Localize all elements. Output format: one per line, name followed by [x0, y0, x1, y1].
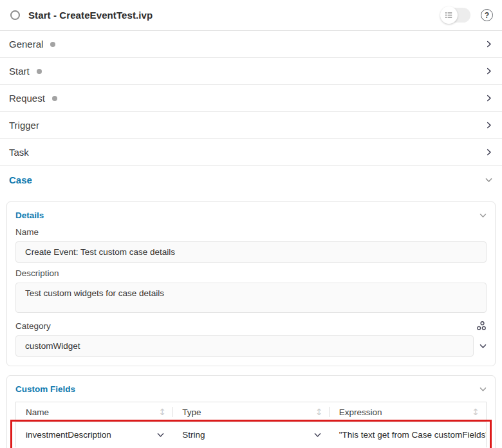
- inscription-panel: Start - CreateEventTest.ivp ? General St…: [0, 0, 502, 448]
- section-label: Request: [9, 93, 45, 104]
- table-header-row: Name ↕ Type ↕ Expression ↕: [16, 402, 486, 422]
- dirty-dot: [37, 69, 42, 74]
- section-trigger[interactable]: Trigger: [0, 112, 502, 139]
- start-event-icon: [10, 10, 20, 20]
- sort-icon[interactable]: ↕: [315, 407, 323, 417]
- details-card: Details Name Description Test custom wid…: [6, 201, 496, 366]
- section-general[interactable]: General: [0, 31, 502, 58]
- description-input[interactable]: Test custom widgets for case details: [15, 283, 487, 313]
- name-label: Name: [15, 227, 487, 237]
- chevron-right-icon: [485, 95, 492, 102]
- section-label: General: [9, 39, 43, 50]
- name-dropdown-chevron-icon[interactable]: [157, 431, 164, 438]
- section-label: Trigger: [9, 120, 39, 131]
- column-header-name[interactable]: Name ↕: [16, 402, 172, 422]
- chevron-right-icon: [485, 68, 492, 75]
- sort-icon[interactable]: ↕: [159, 407, 167, 417]
- collapse-chevron-icon[interactable]: [479, 212, 487, 219]
- details-card-header[interactable]: Details: [15, 209, 487, 221]
- chevron-right-icon: [485, 122, 492, 129]
- category-input[interactable]: [15, 335, 474, 357]
- details-card-title: Details: [15, 210, 44, 220]
- table-row-wrapper: investmentDescription String "This text …: [16, 422, 486, 447]
- collapse-chevron-icon[interactable]: [479, 386, 487, 393]
- column-header-expression[interactable]: Expression ↕: [330, 402, 486, 422]
- category-label: Category: [15, 321, 51, 331]
- cell-expression[interactable]: "This text get from Case customFields": [330, 422, 486, 447]
- list-icon: [445, 11, 453, 19]
- help-icon[interactable]: ?: [481, 9, 493, 21]
- custom-fields-table: Name ↕ Type ↕ Expression ↕ i: [15, 402, 487, 447]
- dirty-dot: [50, 42, 55, 47]
- dirty-dot: [52, 96, 57, 101]
- section-request[interactable]: Request: [0, 85, 502, 112]
- section-start[interactable]: Start: [0, 58, 502, 85]
- chevron-down-icon: [485, 176, 492, 183]
- cell-type[interactable]: String: [172, 422, 329, 447]
- column-header-type[interactable]: Type ↕: [172, 402, 329, 422]
- section-label: Start: [9, 66, 30, 77]
- view-mode-toggle[interactable]: [441, 8, 470, 23]
- type-dropdown-chevron-icon[interactable]: [314, 431, 321, 438]
- chevron-right-icon: [485, 149, 492, 156]
- case-section-content: Details Name Description Test custom wid…: [0, 193, 502, 448]
- cell-name[interactable]: investmentDescription: [16, 422, 172, 447]
- chevron-right-icon: [485, 41, 492, 48]
- section-label: Case: [9, 174, 32, 185]
- category-dropdown-chevron-icon[interactable]: [479, 342, 487, 350]
- sort-icon[interactable]: ↕: [472, 407, 479, 417]
- description-label: Description: [15, 268, 487, 278]
- table-row[interactable]: investmentDescription String "This text …: [16, 422, 486, 447]
- section-case[interactable]: Case: [0, 166, 502, 193]
- custom-fields-card-header[interactable]: Custom Fields: [15, 382, 487, 395]
- custom-fields-card: Custom Fields Name ↕ Type ↕ Expression ↕: [6, 375, 496, 448]
- panel-title: Start - CreateEventTest.ivp: [28, 10, 441, 21]
- toggle-knob[interactable]: [440, 6, 458, 24]
- custom-fields-card-title: Custom Fields: [15, 384, 75, 394]
- section-label: Task: [9, 147, 29, 158]
- panel-header: Start - CreateEventTest.ivp ?: [0, 0, 502, 31]
- name-input[interactable]: [15, 241, 487, 263]
- section-task[interactable]: Task: [0, 139, 502, 166]
- category-browser-icon[interactable]: [476, 321, 487, 331]
